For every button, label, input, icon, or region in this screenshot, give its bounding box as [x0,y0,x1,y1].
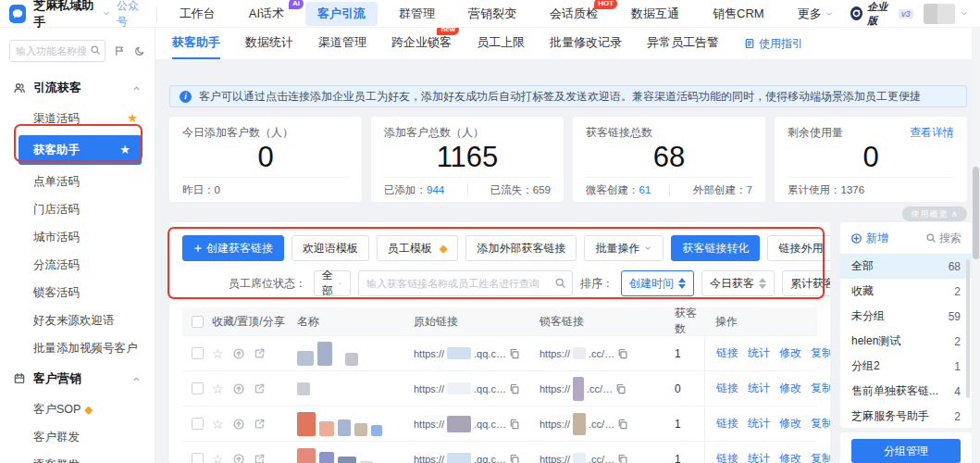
row-action-copy[interactable]: 复制 [811,416,830,432]
row-action-edit[interactable]: 修改 [779,416,801,432]
row-action-copy[interactable]: 复制 [811,451,830,463]
tab-data-stats[interactable]: 数据统计 [245,28,293,59]
sort-by-total-customers[interactable]: 累计获客 [782,270,830,296]
group-item-favorites[interactable]: 收藏2 [840,279,972,304]
flag-icon[interactable] [114,44,126,57]
official-account-link[interactable]: 公众号 [117,0,147,30]
star-icon[interactable]: ★ [119,136,130,164]
nav-customer-acquisition[interactable]: 客户引流 [305,2,378,26]
pin-top-icon[interactable] [232,418,245,431]
sidebar-item-lock-code[interactable]: 锁客活码 [0,279,155,307]
nav-marketing-fission[interactable]: 营销裂变 [456,2,528,26]
nav-sales-crm[interactable]: 销售CRM [701,2,776,26]
tab-acquisition-assistant[interactable]: 获客助手 [172,28,220,59]
favorite-star-icon[interactable]: ☆ [212,452,224,463]
chevron-down-icon[interactable] [102,8,111,19]
nav-workbench[interactable]: 工作台 [167,2,228,26]
copy-icon[interactable] [509,454,520,463]
row-action-copy[interactable]: 复制 [811,381,830,396]
share-icon[interactable] [254,418,266,430]
group-item-helen-test[interactable]: helen测试2 [840,329,972,354]
row-checkbox[interactable] [192,347,204,359]
sidebar-item-acquisition-assistant[interactable]: 获客助手★ [19,135,142,165]
view-details-link[interactable]: 查看详情 [910,125,954,141]
group-item-group2[interactable]: 分组21 [840,354,972,379]
pin-top-icon[interactable] [232,347,245,360]
row-action-copy[interactable]: 复制 [811,345,830,361]
row-checkbox[interactable] [192,418,204,430]
row-action-link[interactable]: 链接 [716,381,738,396]
add-external-link-button[interactable]: 添加外部获客链接 [465,235,577,261]
row-action-link[interactable]: 链接 [716,345,738,361]
welcome-template-button[interactable]: 欢迎语模板 [292,235,369,261]
search-icon[interactable] [554,277,566,289]
sidebar-section-acquisition[interactable]: 引流获客 [0,71,155,105]
share-icon[interactable] [254,347,266,359]
nav-group-management[interactable]: 群管理 [387,2,447,26]
nav-ai-script[interactable]: AI话术AI [237,2,296,26]
tab-staff-limit[interactable]: 员工上限 [477,28,525,59]
add-group-button[interactable]: 新增 [850,231,888,246]
tab-abnormal-staff-alert[interactable]: 异常员工告警 [647,28,719,59]
added-count-link[interactable]: 944 [427,184,444,195]
star-icon[interactable]: ★ [127,105,138,132]
create-link-button[interactable]: 创建获客链接 [182,235,284,261]
seat-status-select[interactable]: 全部 [314,270,351,296]
row-checkbox[interactable] [192,382,204,394]
share-icon[interactable] [254,382,266,394]
share-icon[interactable] [254,453,266,463]
sidebar-item-customer-broadcast[interactable]: 客户群发 [0,423,155,451]
sidebar-item-customer-sop[interactable]: 客户SOP◆ [0,395,155,423]
chevron-up-icon[interactable] [131,83,142,94]
collapse-overview-pill[interactable]: 使用概览 ∧ [902,206,967,221]
row-action-stats[interactable]: 统计 [748,345,770,361]
group-search-button[interactable]: 搜索 [925,231,961,246]
row-action-edit[interactable]: 修改 [779,381,801,396]
row-action-edit[interactable]: 修改 [779,345,801,361]
wk-created-link[interactable]: 61 [639,184,651,195]
table-search-input[interactable] [358,270,573,296]
sidebar-item-order-code[interactable]: 点单活码 [0,168,155,195]
copy-icon[interactable] [617,348,628,359]
tab-channel-management[interactable]: 渠道管理 [318,28,366,59]
staff-template-button[interactable]: 员工模板◆ [377,235,458,261]
scrollbar-thumb[interactable] [973,167,979,259]
chevron-up-icon[interactable] [131,374,142,384]
favorite-star-icon[interactable]: ☆ [212,417,224,432]
nav-chat-inspection[interactable]: 会话质检HOT [538,2,610,26]
sidebar-item-batch-video-customer[interactable]: 批量添加视频号客户 [0,334,155,362]
chevron-down-icon[interactable] [960,8,969,19]
copy-icon[interactable] [509,383,520,394]
row-action-stats[interactable]: 统计 [748,451,770,463]
sidebar-item-split-code[interactable]: 分流活码 [0,251,155,279]
sidebar-item-channel-code[interactable]: 渠道活码★ [0,105,155,132]
usage-guide-link[interactable]: 使用指引 [744,36,803,52]
dark-mode-icon[interactable] [134,44,146,57]
row-action-stats[interactable]: 统计 [748,416,770,432]
copy-icon[interactable] [509,348,520,359]
pin-top-icon[interactable] [232,453,245,463]
sort-by-created-time[interactable]: 创建时间 [621,270,694,296]
group-item-presale-links[interactable]: 售前单独获客链...4 [840,379,972,404]
copy-icon[interactable] [617,454,628,463]
nav-data-sync[interactable]: 数据互通 [619,2,691,26]
search-icon[interactable] [90,44,101,56]
nav-more[interactable]: 更多 [786,2,847,26]
tab-cross-company-lock[interactable]: 跨企业锁客new [391,28,452,59]
sidebar-section-marketing[interactable]: 客户营销 [0,362,155,395]
group-manage-button[interactable]: 分组管理 [851,439,961,463]
row-checkbox[interactable] [192,453,204,463]
copy-icon[interactable] [617,419,628,430]
pin-top-icon[interactable] [232,382,245,395]
favorite-star-icon[interactable]: ☆ [212,382,224,396]
external-use-button[interactable]: 链接外用◆ [767,235,830,261]
row-action-edit[interactable]: 修改 [779,451,801,463]
avatar[interactable] [924,4,956,24]
select-all-checkbox[interactable] [192,316,204,328]
group-list-scrollbar[interactable] [966,259,970,398]
sidebar-item-store-code[interactable]: 门店活码 [0,195,155,223]
group-item-service-assistant[interactable]: 芝麻服务号助手2 [840,404,972,428]
external-created-link[interactable]: 7 [747,184,752,195]
app-title[interactable]: 芝麻私域助手 [33,0,99,31]
link-conversion-button[interactable]: 获客链接转化 [671,235,760,261]
